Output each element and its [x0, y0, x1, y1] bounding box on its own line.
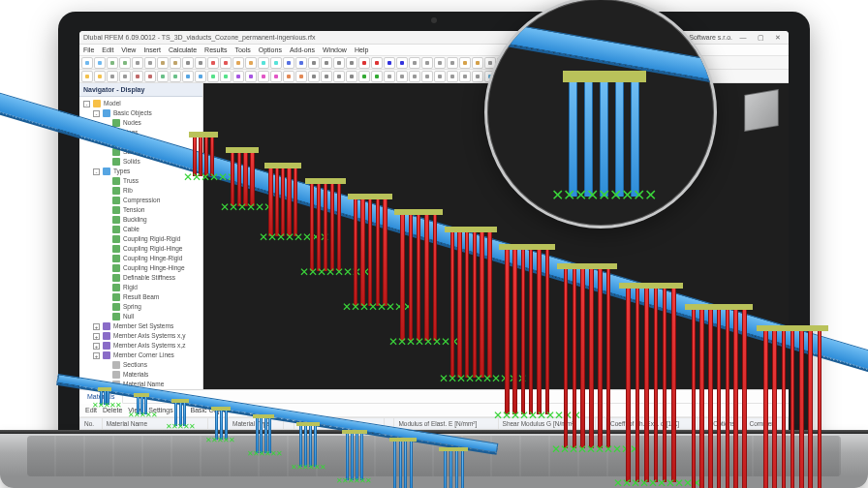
- tree-item[interactable]: +Member Axis Systems x,z: [79, 341, 202, 351]
- col-header[interactable]: Material Type: [229, 418, 284, 430]
- tree-item[interactable]: +Member Set Systems: [79, 321, 202, 331]
- tree-item[interactable]: Rib: [79, 186, 202, 196]
- panel-tool-edit[interactable]: Edit: [85, 407, 97, 413]
- grid-button[interactable]: [409, 57, 420, 69]
- panel-tool-basic-objects[interactable]: Basic Objects: [190, 407, 232, 413]
- menu-add-ons[interactable]: Add-ons: [290, 45, 315, 55]
- tree-item[interactable]: Coupling Hinge-Rigid: [79, 254, 202, 263]
- menu-insert[interactable]: Insert: [143, 45, 161, 55]
- expand-icon[interactable]: +: [93, 333, 100, 340]
- print-button[interactable]: [195, 57, 206, 69]
- line-button[interactable]: [207, 57, 219, 69]
- col-header[interactable]: [218, 418, 229, 430]
- measure-button[interactable]: [447, 57, 458, 69]
- tree-item[interactable]: Sections: [79, 360, 202, 370]
- close-button[interactable]: ✕: [771, 34, 785, 42]
- calc-button[interactable]: [283, 57, 294, 69]
- section-button[interactable]: [447, 71, 458, 82]
- paste-button[interactable]: [170, 71, 181, 82]
- view-y-button[interactable]: [371, 71, 383, 82]
- results-button[interactable]: [283, 71, 294, 82]
- menu-file[interactable]: File: [83, 45, 94, 55]
- col-header[interactable]: Material Model: [294, 418, 384, 430]
- view-cube[interactable]: [744, 89, 778, 132]
- menu-window[interactable]: Window: [323, 45, 347, 55]
- undo-button[interactable]: [119, 71, 131, 82]
- print-button[interactable]: [182, 57, 194, 69]
- tree-item[interactable]: Solids: [79, 157, 202, 167]
- tree-item[interactable]: Nodes: [79, 118, 202, 128]
- node-button[interactable]: [195, 71, 206, 82]
- menu-edit[interactable]: Edit: [102, 45, 113, 55]
- tree-item[interactable]: Lines: [79, 128, 202, 137]
- tree-item[interactable]: Spring: [79, 302, 202, 312]
- col-header[interactable]: [284, 418, 294, 430]
- solid-button[interactable]: [232, 71, 244, 82]
- redo-button[interactable]: [144, 57, 156, 69]
- expand-icon[interactable]: -: [93, 168, 100, 175]
- minimize-button[interactable]: —: [736, 34, 750, 42]
- calc-button[interactable]: [295, 57, 307, 69]
- col-header[interactable]: [698, 418, 709, 430]
- results-button[interactable]: [295, 71, 307, 82]
- expand-icon[interactable]: +: [93, 323, 100, 330]
- support-button[interactable]: [270, 57, 282, 69]
- grid-button[interactable]: [421, 57, 433, 69]
- menu-tools[interactable]: Tools: [234, 45, 250, 55]
- panel-tool-settings[interactable]: Settings: [148, 407, 172, 413]
- col-header[interactable]: [384, 418, 394, 430]
- tree-item[interactable]: Coupling Rigid-Rigid: [79, 234, 202, 244]
- view-y-button[interactable]: [358, 71, 370, 82]
- tree-item[interactable]: Material Name: [79, 380, 202, 389]
- open-button[interactable]: [81, 71, 93, 82]
- expand-icon[interactable]: -: [83, 101, 90, 107]
- solid-button[interactable]: [245, 71, 257, 82]
- undo-button[interactable]: [107, 71, 118, 82]
- member-button[interactable]: [220, 71, 232, 82]
- tree-item[interactable]: Buckling: [79, 215, 202, 225]
- col-header[interactable]: Shear Modulus G [N/mm²]: [498, 418, 596, 430]
- redo-button[interactable]: [132, 57, 143, 69]
- col-header[interactable]: Modulus of Elast. E [N/mm²]: [394, 418, 498, 430]
- tree-item[interactable]: Cable: [79, 225, 202, 234]
- snap-button[interactable]: [409, 71, 420, 82]
- col-header[interactable]: Coeff. of Th. Exp. α [1/K]: [605, 418, 698, 430]
- panel-tool-view[interactable]: View: [128, 407, 142, 413]
- open-button[interactable]: [94, 71, 106, 82]
- cut-button[interactable]: [132, 71, 143, 82]
- measure-button[interactable]: [434, 57, 446, 69]
- col-header[interactable]: Comment: [745, 418, 788, 430]
- load-button[interactable]: [270, 71, 282, 82]
- tree-item[interactable]: Coupling Rigid-Hinge: [79, 244, 202, 254]
- wire-button[interactable]: [472, 71, 483, 82]
- line-button[interactable]: [220, 57, 232, 69]
- tree-item[interactable]: -Basic Objects: [79, 108, 202, 118]
- surface-button[interactable]: [232, 57, 244, 69]
- panel-tool--[interactable]: ···: [179, 407, 185, 413]
- node-button[interactable]: [182, 71, 194, 82]
- col-header[interactable]: [207, 418, 218, 430]
- new-button[interactable]: [81, 57, 93, 69]
- new-button[interactable]: [94, 57, 106, 69]
- view-z-button[interactable]: [396, 57, 408, 69]
- tab-materials[interactable]: Materials: [79, 390, 123, 404]
- wire-button[interactable]: [459, 71, 471, 82]
- section-button[interactable]: [434, 71, 446, 82]
- navigator-tree[interactable]: -Model-Basic ObjectsNodesLinesMembersSur…: [79, 97, 202, 389]
- cut-button[interactable]: [144, 71, 156, 82]
- snap-button[interactable]: [421, 71, 433, 82]
- col-header[interactable]: No.: [80, 418, 103, 430]
- expand-icon[interactable]: +: [93, 352, 100, 359]
- col-header[interactable]: Options: [709, 418, 745, 430]
- select-button[interactable]: [321, 57, 332, 69]
- save-button[interactable]: [119, 57, 131, 69]
- render-button[interactable]: [459, 57, 471, 69]
- pan-button[interactable]: [333, 57, 345, 69]
- tree-item[interactable]: Materials: [79, 370, 202, 380]
- tree-item[interactable]: Compression: [79, 196, 202, 205]
- zoom-button[interactable]: [321, 71, 332, 82]
- tree-item[interactable]: +Member Corner Lines: [79, 351, 202, 360]
- tree-item[interactable]: Null: [79, 312, 202, 321]
- select-button[interactable]: [308, 57, 320, 69]
- col-header[interactable]: [596, 418, 606, 430]
